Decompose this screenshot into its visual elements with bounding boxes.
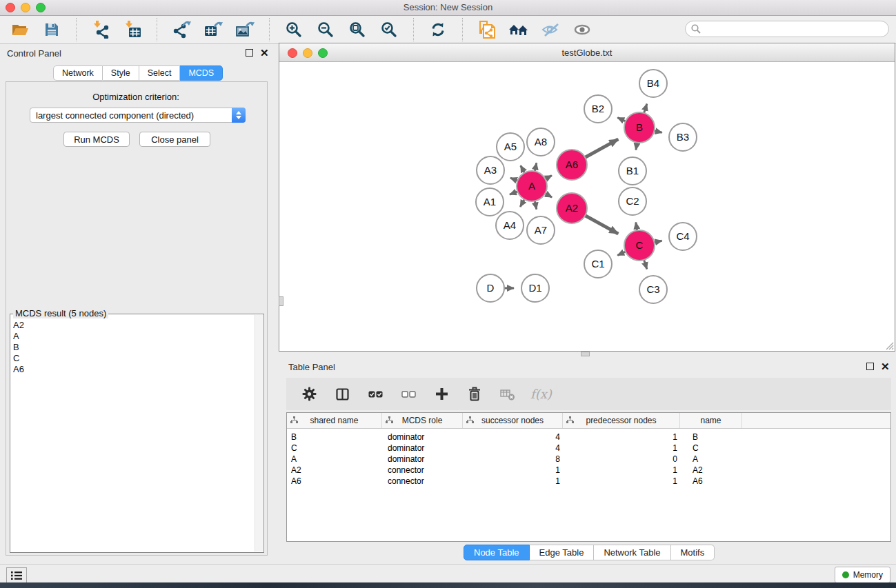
graph-node-A6[interactable]: A6 (557, 150, 587, 180)
dropdown-stepper-icon[interactable] (232, 108, 246, 123)
graph-node-B1[interactable]: B1 (619, 157, 646, 185)
save-session-icon[interactable] (41, 19, 62, 40)
delete-column-icon[interactable] (464, 384, 485, 405)
close-panel-icon[interactable]: ✕ (881, 363, 890, 370)
toolbar-separator (462, 18, 463, 41)
node-table[interactable]: shared nameMCDS rolesuccessor nodesprede… (286, 412, 891, 542)
home-view-icon[interactable] (508, 19, 529, 40)
graph-node-A7[interactable]: A7 (527, 216, 555, 244)
mcds-result-item[interactable]: A6 (13, 364, 254, 375)
table-row[interactable]: Bdominator41B (287, 432, 890, 443)
add-column-icon[interactable] (431, 384, 452, 405)
tab-node-table[interactable]: Node Table (464, 545, 530, 560)
graph-node-A4[interactable]: A4 (496, 212, 524, 239)
table-row[interactable]: Adominator80A (287, 454, 890, 465)
graph-node-C3[interactable]: C3 (639, 276, 667, 303)
tab-style[interactable]: Style (103, 65, 139, 81)
graph-node-A5[interactable]: A5 (497, 133, 524, 161)
graph-node-B2[interactable]: B2 (584, 95, 612, 123)
splitter-handle[interactable] (279, 296, 283, 306)
memory-button[interactable]: Memory (835, 567, 890, 583)
run-mcds-button[interactable]: Run MCDS (63, 132, 130, 147)
splitter-handle[interactable] (581, 352, 590, 356)
float-panel-icon[interactable] (246, 49, 253, 57)
graph-node-A2[interactable]: A2 (557, 193, 587, 223)
tab-motifs[interactable]: Motifs (671, 545, 715, 560)
graph-node-A8[interactable]: A8 (527, 128, 555, 156)
svg-text:C2: C2 (626, 195, 639, 207)
resize-grip-icon[interactable] (884, 341, 894, 350)
close-panel-icon[interactable]: ✕ (260, 50, 269, 57)
zoom-in-icon[interactable] (283, 19, 304, 40)
table-row[interactable]: A6connector11A6 (287, 476, 890, 487)
table-cell: dominator (382, 454, 463, 464)
select-all-icon[interactable] (365, 384, 386, 405)
table-cell: A (287, 454, 382, 464)
mcds-result-item[interactable]: C (13, 353, 254, 364)
table-row[interactable]: A2connector11A2 (287, 465, 890, 476)
hide-selected-icon[interactable] (540, 19, 561, 40)
zoom-fit-icon[interactable] (347, 19, 368, 40)
network-view-window: testGlobe.txt AA1A2A3A4A5A6A7A8BB1B2B3B4… (279, 43, 895, 352)
control-panel-tabs: NetworkStyleSelectMCDS (53, 65, 223, 81)
graph-node-A1[interactable]: A1 (476, 188, 504, 216)
graph-node-C[interactable]: C (624, 230, 655, 261)
close-panel-button[interactable]: Close panel (139, 132, 210, 147)
mcds-result-item[interactable]: A (13, 331, 254, 342)
search-input[interactable] (704, 23, 888, 35)
tab-mcds[interactable]: MCDS (180, 65, 223, 81)
network-graph-canvas[interactable]: AA1A2A3A4A5A6A7A8BB1B2B3B4CC1C2C3C4DD1 (279, 61, 894, 354)
export-image-icon[interactable] (235, 19, 255, 40)
export-network-icon[interactable] (171, 19, 192, 40)
network-file-icon[interactable] (477, 19, 497, 40)
graph-node-B[interactable]: B (624, 112, 655, 143)
table-cell: 4 (463, 432, 563, 442)
show-eye-icon[interactable] (572, 19, 593, 40)
mcds-result-scrollbar[interactable] (255, 315, 263, 551)
column-header-name[interactable]: name (680, 413, 742, 428)
graph-node-A3[interactable]: A3 (477, 156, 504, 184)
mcds-result-title: MCDS result (5 nodes) (13, 308, 108, 318)
zoom-out-icon[interactable] (315, 19, 336, 40)
network-window-titlebar[interactable]: testGlobe.txt (279, 43, 895, 62)
show-columns-icon[interactable] (332, 384, 352, 405)
graph-node-D[interactable]: D (477, 274, 504, 302)
graph-node-B4[interactable]: B4 (639, 70, 667, 97)
float-panel-icon[interactable] (866, 363, 874, 370)
tab-network-table[interactable]: Network Table (594, 545, 670, 560)
refresh-icon[interactable] (428, 19, 448, 40)
table-settings-gear-icon[interactable] (299, 384, 319, 405)
graph-node-C4[interactable]: C4 (669, 223, 697, 250)
import-table-icon[interactable] (122, 19, 143, 40)
table-cell: 1 (563, 476, 680, 486)
graph-node-A[interactable]: A (517, 171, 547, 201)
column-header-successor-nodes[interactable]: successor nodes (463, 413, 563, 428)
deselect-all-icon[interactable] (398, 384, 419, 405)
table-cell: 1 (563, 432, 680, 442)
task-history-button[interactable] (6, 567, 27, 583)
column-header-predecessor-nodes[interactable]: predecessor nodes (563, 413, 680, 428)
table-cell: connector (382, 465, 463, 475)
import-network-icon[interactable] (90, 19, 111, 40)
graph-node-B3[interactable]: B3 (669, 123, 697, 151)
export-table-icon[interactable] (203, 19, 223, 40)
tab-edge-table[interactable]: Edge Table (530, 545, 595, 560)
toolbar-separator (413, 18, 414, 41)
column-header-shared-name[interactable]: shared name (287, 413, 382, 428)
mcds-result-item[interactable]: A2 (13, 320, 254, 331)
graph-node-C1[interactable]: C1 (584, 250, 612, 278)
tab-network[interactable]: Network (53, 65, 103, 81)
mcds-result-item[interactable]: B (13, 342, 254, 353)
graph-node-C2[interactable]: C2 (619, 187, 646, 215)
table-row[interactable]: Cdominator41C (287, 443, 890, 454)
criterion-dropdown[interactable]: largest connected component (directed) (30, 108, 246, 123)
delete-table-icon[interactable] (497, 384, 518, 405)
column-header-mcds-role[interactable]: MCDS role (382, 413, 463, 428)
search-field[interactable] (685, 21, 889, 37)
graph-node-D1[interactable]: D1 (521, 274, 549, 302)
open-session-icon[interactable] (10, 19, 30, 40)
zoom-selected-icon[interactable] (379, 19, 399, 40)
tab-select[interactable]: Select (139, 65, 181, 81)
function-builder-icon[interactable]: f(x) (530, 387, 552, 401)
svg-text:C1: C1 (591, 258, 604, 270)
